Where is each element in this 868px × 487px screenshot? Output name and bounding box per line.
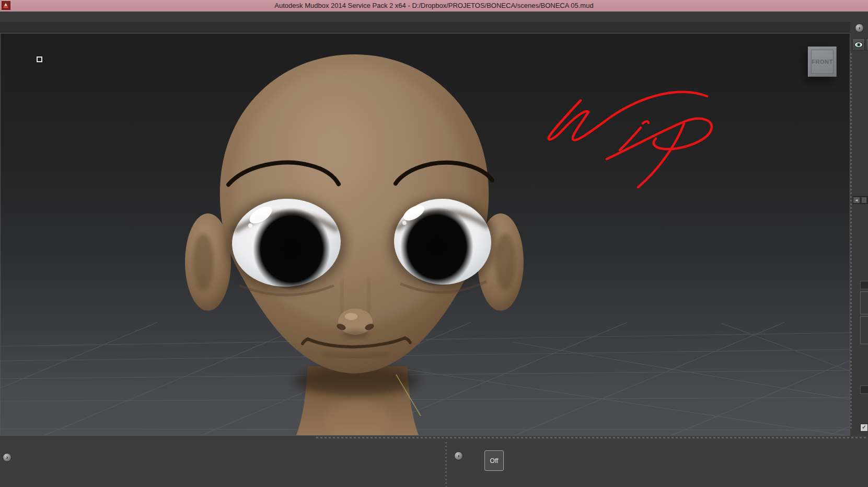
preset-tray-expander[interactable]: ›	[454, 451, 463, 460]
bottom-tray: › › Off	[0, 436, 868, 487]
eye-icon	[854, 42, 863, 48]
lock-toggle-button[interactable]	[866, 38, 868, 51]
panel-fragment-header	[860, 281, 868, 289]
stamp-off-button[interactable]: Off	[484, 450, 504, 471]
panel-fragment-box	[860, 316, 868, 344]
visibility-toggle-button[interactable]	[852, 38, 865, 51]
view-tab-bar	[0, 22, 850, 33]
rail-expander-button[interactable]: ›	[855, 24, 864, 32]
panel-fragment-header	[860, 386, 868, 394]
tool-tray-expander[interactable]: ›	[3, 453, 11, 462]
panel-fragment-box	[860, 291, 868, 314]
mudbox-window: Autodesk Mudbox 2014 Service Pack 2 x64 …	[0, 0, 868, 487]
sculpt-scene	[1, 33, 850, 436]
tray-divider	[445, 442, 447, 487]
brush-cursor	[37, 56, 42, 62]
left-pupil	[253, 208, 330, 290]
right-rail: › ◄ ✓	[850, 22, 868, 436]
scroll-left-arrow[interactable]: ◄	[853, 197, 860, 203]
viewport-3d[interactable]: FRONT	[0, 33, 850, 436]
view-cube[interactable]: FRONT	[808, 47, 837, 77]
title-bar[interactable]: Autodesk Mudbox 2014 Service Pack 2 x64 …	[0, 0, 868, 12]
rail-toolbar	[852, 38, 868, 51]
rail-scrollbar[interactable]: ◄	[853, 196, 868, 204]
window-title: Autodesk Mudbox 2014 Service Pack 2 x64 …	[0, 2, 868, 9]
ground-grid	[1, 322, 850, 436]
scroll-thumb[interactable]	[862, 197, 866, 203]
menu-bar	[0, 12, 868, 22]
checkbox-fragment[interactable]: ✓	[860, 424, 868, 432]
wip-annotation	[549, 92, 712, 187]
rail-resize-grip[interactable]	[850, 53, 852, 431]
tray-resize-grip[interactable]	[316, 437, 868, 438]
character-head	[185, 54, 524, 436]
view-cube-label: FRONT	[811, 50, 834, 74]
